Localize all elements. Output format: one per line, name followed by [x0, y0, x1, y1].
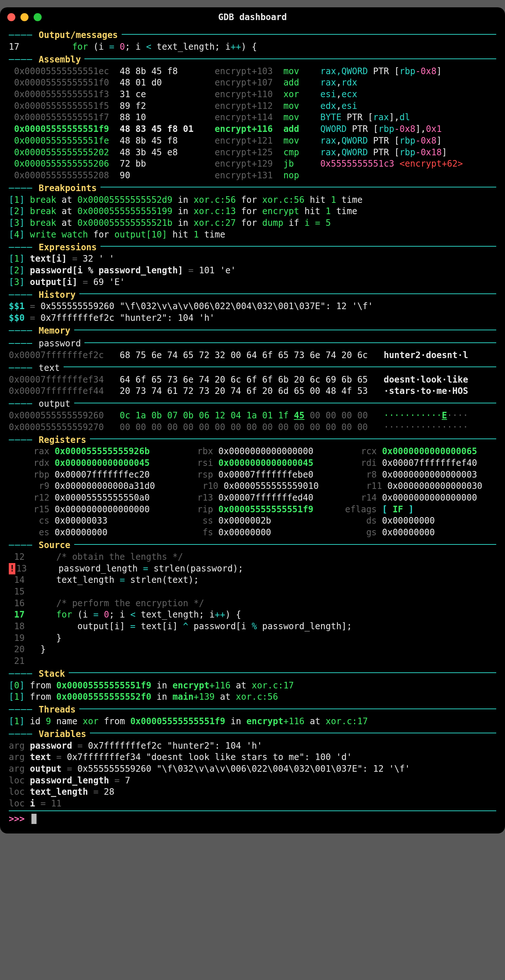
- section-header-output: ────Output/messages: [9, 29, 496, 41]
- source-line: 19 }: [9, 633, 496, 644]
- assembly-row: 0x00005555555551f7 88 10 encrypt+114 mov…: [9, 112, 496, 124]
- prompt[interactable]: >>>: [9, 814, 30, 824]
- section-header-source: ────Source: [9, 539, 496, 551]
- cursor-icon: [32, 814, 37, 824]
- section-title: Breakpoints: [35, 183, 100, 194]
- assembly-row: 0x0000555555555208 90 encrypt+131 nop: [9, 170, 496, 181]
- assembly-row: 0x00005555555551f3 31 ce encrypt+110 xor…: [9, 89, 496, 100]
- traffic-lights: [7, 13, 41, 21]
- source-line: 17 for (i = 0; i < text_length; i++) {: [9, 609, 496, 621]
- source-line: 21: [9, 655, 496, 667]
- assembly-row: 0x00005555555551ec 48 8b 45 f8 encrypt+1…: [9, 66, 496, 78]
- assembly-row: 0x00005555555551f5 89 f2 encrypt+112 mov…: [9, 100, 496, 112]
- terminal-window: GDB dashboard ────Output/messages17 for …: [0, 7, 505, 834]
- section-header-assembly: ────Assembly: [9, 53, 496, 66]
- section-header-registers: ────Registers: [9, 433, 496, 446]
- titlebar: GDB dashboard: [0, 7, 505, 27]
- assembly-row: 0x0000555555555206 72 bb encrypt+129 jb …: [9, 158, 496, 170]
- section-title: Source: [35, 540, 74, 551]
- assembly-row: 0x0000555555555202 48 3b 45 e8 encrypt+1…: [9, 147, 496, 159]
- source-line: 20 }: [9, 644, 496, 655]
- source-line: !13 password_length = strlen(password);: [9, 563, 496, 575]
- source-line: 16 /* perform the encryption */: [9, 598, 496, 609]
- section-header-history: ────History: [9, 288, 496, 301]
- source-line: 18 output[i] = text[i] ^ password[i % pa…: [9, 621, 496, 633]
- source-line: 14 text_length = strlen(text);: [9, 574, 496, 586]
- section-header-expressions: ────Expressions: [9, 240, 496, 253]
- assembly-row: 0x00005555555551f0 48 01 d0 encrypt+107 …: [9, 77, 496, 89]
- assembly-row: 0x00005555555551f9 48 83 45 f8 01 encryp…: [9, 124, 496, 135]
- section-title: Output/messages: [35, 30, 122, 41]
- close-icon[interactable]: [7, 13, 15, 21]
- terminal-content[interactable]: ────Output/messages17 for (i = 0; i < te…: [0, 27, 505, 834]
- source-line: 12 /* obtain the lengths */: [9, 551, 496, 563]
- maximize-icon[interactable]: [33, 13, 41, 21]
- window-title: GDB dashboard: [0, 12, 505, 22]
- source-line: 15: [9, 586, 496, 598]
- section-title: Expressions: [35, 242, 100, 254]
- section-header-memory: ────Memory: [9, 324, 496, 337]
- section-header-variables: ────Variables: [9, 727, 496, 740]
- minimize-icon[interactable]: [21, 13, 29, 21]
- assembly-row: 0x00005555555551fe 48 8b 45 f8 encrypt+1…: [9, 135, 496, 147]
- section-header-threads: ────Threads: [9, 703, 496, 716]
- section-title: Registers: [35, 434, 90, 446]
- section-title: Variables: [35, 729, 90, 740]
- section-title: Memory: [35, 325, 74, 337]
- section-title: Stack: [35, 668, 69, 680]
- section-header-breakpoints: ────Breakpoints: [9, 181, 496, 194]
- section-title: Threads: [35, 704, 79, 716]
- section-header-stack: ────Stack: [9, 667, 496, 680]
- section-title: History: [35, 290, 79, 301]
- section-title: Assembly: [35, 54, 85, 66]
